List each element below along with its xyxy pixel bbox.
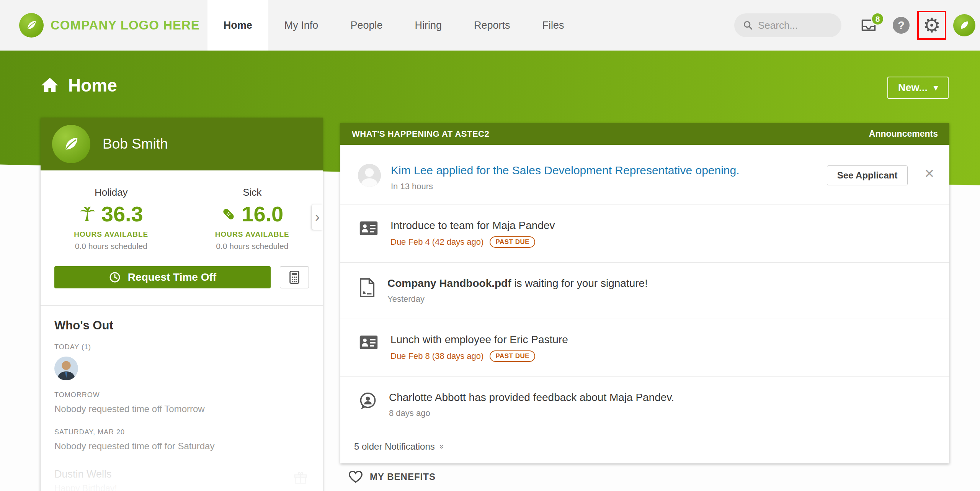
task-body: Introduce to team for Maja Pandev Due Fe… xyxy=(390,219,555,248)
palm-tree-icon xyxy=(79,206,96,223)
task-row: Company Handbook.pdf is waiting for your… xyxy=(340,262,949,319)
request-time-off-label: Request Time Off xyxy=(128,271,216,283)
stats-next-arrow[interactable]: › xyxy=(312,205,323,230)
search-input[interactable] xyxy=(758,20,833,31)
holiday-stat: Holiday 36.3 HOURS AVAILABLE 0.0 hours s… xyxy=(41,187,182,251)
nav-my-info[interactable]: My Info xyxy=(268,0,335,51)
home-icon xyxy=(41,77,59,94)
time-off-actions: Request Time Off xyxy=(41,264,323,305)
stats-divider xyxy=(182,187,182,247)
whos-out-today-avatar[interactable] xyxy=(54,357,78,380)
bamboo-leaf-logo-icon xyxy=(19,13,44,38)
announcements-link[interactable]: Announcements xyxy=(869,129,938,139)
bandage-icon xyxy=(221,206,236,222)
search-box[interactable] xyxy=(734,13,841,37)
holiday-scheduled-label: 0.0 hours scheduled xyxy=(41,242,182,251)
task-title-rest: is waiting for your signature! xyxy=(511,277,648,289)
nav-hiring[interactable]: Hiring xyxy=(399,0,458,51)
holiday-hours-value: 36.3 xyxy=(101,201,143,226)
whos-out-saturday-label: SATURDAY, MAR 20 xyxy=(54,428,309,436)
task-title[interactable]: Company Handbook.pdf is waiting for your… xyxy=(387,277,648,290)
caret-down-icon: ▾ xyxy=(934,83,938,92)
company-logo-text: COMPANY LOGO HERE xyxy=(51,18,200,33)
page-title-text: Home xyxy=(68,75,117,96)
new-button-label: New... xyxy=(898,82,928,94)
applicant-avatar xyxy=(358,164,381,187)
id-badge-icon xyxy=(359,220,378,238)
whos-out-title: Who's Out xyxy=(54,319,309,332)
holiday-label: Holiday xyxy=(41,187,182,198)
user-avatar[interactable] xyxy=(953,14,975,36)
my-benefits-section-header: MY BENEFITS xyxy=(348,470,436,483)
sick-stat: Sick 16.0 HOURS AVAILABLE 0.0 hours sche… xyxy=(182,187,323,251)
calculator-button[interactable] xyxy=(280,266,309,288)
whos-out-today-label: TODAY (1) xyxy=(54,343,309,351)
sick-scheduled-label: 0.0 hours scheduled xyxy=(182,242,323,251)
applicant-time: In 13 hours xyxy=(391,182,817,191)
calculator-icon xyxy=(289,271,300,284)
employee-name: Bob Smith xyxy=(103,136,168,152)
older-notifications-toggle[interactable]: 5 older Notifications » xyxy=(340,433,949,463)
task-title[interactable]: Charlotte Abbott has provided feedback a… xyxy=(389,391,674,404)
new-button[interactable]: New... ▾ xyxy=(887,77,949,99)
main-nav: Home My Info People Hiring Reports Files xyxy=(207,0,580,51)
employee-avatar[interactable] xyxy=(52,125,90,163)
whos-out-section: Who's Out TODAY (1) TOMORROW Nobody requ… xyxy=(41,305,323,452)
employee-card-header: Bob Smith xyxy=(41,118,323,170)
nav-files[interactable]: Files xyxy=(526,0,580,51)
whats-happening-card: WHAT'S HAPPENING AT ASTEC2 Announcements… xyxy=(340,123,949,463)
gift-icon xyxy=(294,471,307,487)
past-due-badge: PAST DUE xyxy=(490,236,535,248)
whos-out-tomorrow-text: Nobody requested time off Tomorrow xyxy=(54,404,309,414)
document-name: Company Handbook.pdf xyxy=(387,277,511,289)
notifications-button[interactable]: 8 xyxy=(860,18,877,33)
signature-document-icon xyxy=(359,278,375,299)
page-title: Home xyxy=(41,75,117,96)
task-time: Yesterday xyxy=(387,294,648,304)
nav-people[interactable]: People xyxy=(334,0,399,51)
my-benefits-label: MY BENEFITS xyxy=(370,471,436,482)
help-button[interactable]: ? xyxy=(893,17,910,34)
past-due-badge: PAST DUE xyxy=(490,350,535,362)
task-row: Charlotte Abbott has provided feedback a… xyxy=(340,376,949,433)
id-badge-icon xyxy=(359,334,378,352)
employee-summary-card: Bob Smith Holiday 36.3 HOURS AVAILABLE 0… xyxy=(41,118,323,491)
heart-benefits-icon xyxy=(348,470,363,483)
top-navigation-bar: COMPANY LOGO HERE Home My Info People Hi… xyxy=(0,0,980,51)
settings-highlight-box: ⚙ xyxy=(917,11,946,40)
sick-hours-value: 16.0 xyxy=(242,201,283,226)
task-body: Lunch with employee for Eric Pasture Due… xyxy=(390,334,568,362)
feedback-icon xyxy=(359,392,377,411)
sick-label: Sick xyxy=(182,187,323,198)
task-title[interactable]: Introduce to team for Maja Pandev xyxy=(390,219,555,232)
see-applicant-button[interactable]: See Applicant xyxy=(827,165,908,185)
sick-available-label: HOURS AVAILABLE xyxy=(182,230,323,239)
company-logo[interactable]: COMPANY LOGO HERE xyxy=(0,13,200,38)
task-due-text: Due Feb 4 (42 days ago) xyxy=(390,237,483,247)
holiday-available-label: HOURS AVAILABLE xyxy=(41,230,182,239)
celebration-person-name: Dustin Wells xyxy=(54,468,309,480)
task-body: Charlotte Abbott has provided feedback a… xyxy=(389,391,674,418)
applicant-link[interactable]: Kim Lee applied for the Sales Developmen… xyxy=(391,164,817,177)
nav-home[interactable]: Home xyxy=(207,0,268,51)
celebration-text: Happy Birthday! xyxy=(54,483,309,491)
settings-gear-icon[interactable]: ⚙ xyxy=(923,15,941,35)
whats-happening-title: WHAT'S HAPPENING AT ASTEC2 xyxy=(352,129,489,139)
task-body: Company Handbook.pdf is waiting for your… xyxy=(387,277,648,304)
applicant-body: Kim Lee applied for the Sales Developmen… xyxy=(391,164,817,191)
task-row: Lunch with employee for Eric Pasture Due… xyxy=(340,319,949,376)
notification-count-badge: 8 xyxy=(871,12,884,26)
task-row: Introduce to team for Maja Pandev Due Fe… xyxy=(340,205,949,262)
older-notifications-label: 5 older Notifications xyxy=(354,441,435,452)
nav-reports[interactable]: Reports xyxy=(458,0,526,51)
double-chevron-down-icon: » xyxy=(437,444,447,449)
clock-icon xyxy=(109,271,121,283)
dismiss-notification-icon[interactable]: × xyxy=(924,165,934,182)
task-title[interactable]: Lunch with employee for Eric Pasture xyxy=(390,334,568,346)
request-time-off-button[interactable]: Request Time Off xyxy=(54,266,271,288)
time-off-stats: Holiday 36.3 HOURS AVAILABLE 0.0 hours s… xyxy=(41,170,323,264)
task-due-text: Due Feb 8 (38 days ago) xyxy=(390,351,483,361)
whos-out-tomorrow-label: TOMORROW xyxy=(54,391,309,399)
whos-out-saturday-text: Nobody requested time off for Saturday xyxy=(54,441,309,452)
page: COMPANY LOGO HERE Home My Info People Hi… xyxy=(0,0,980,491)
